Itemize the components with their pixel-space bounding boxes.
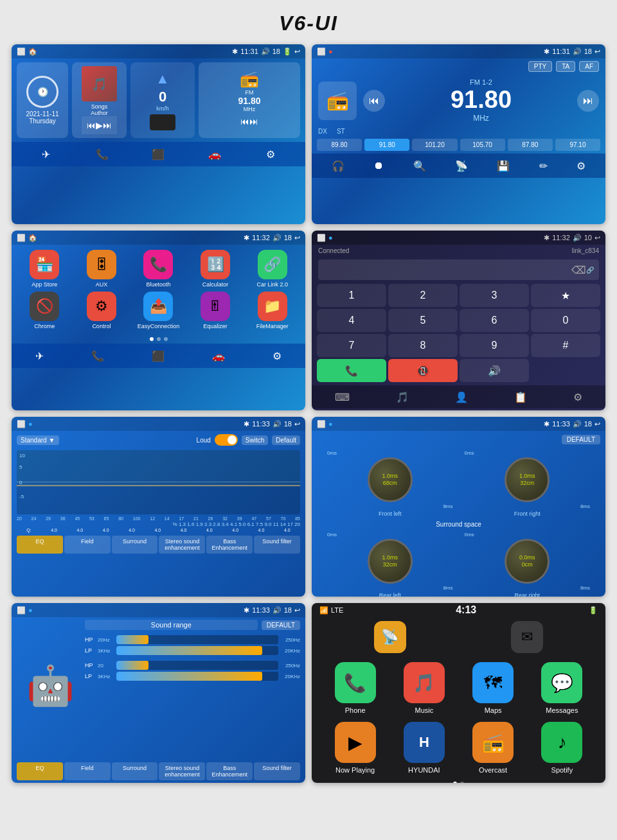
hp-slider-1[interactable] [116,635,278,644]
back-icon-3[interactable]: ↩ [294,234,300,242]
back-icon-6[interactable]: ↩ [595,420,600,428]
s7-tab-filter[interactable]: Sound filter [254,762,300,780]
tab-stereo[interactable]: Stereo sound enhancement [159,536,205,554]
s7-tab-bass[interactable]: Bass Enhancement [206,762,253,780]
key-5[interactable]: 5 [388,309,458,332]
front-right-knob[interactable]: 1.0ms32cm [505,457,550,502]
back-icon[interactable]: ↩ [294,48,300,56]
car-settings-icon[interactable]: 🚗 [204,144,225,164]
lp-slider-2[interactable] [116,672,278,681]
end-call-btn[interactable]: 📵 [388,359,458,382]
key-star[interactable]: ★ [531,284,600,307]
pty-btn[interactable]: PTY [528,61,552,72]
back-icon-2[interactable]: ↩ [595,48,600,56]
s7-tab-surround[interactable]: Surround [112,762,158,780]
messages-icon[interactable]: ✈ [36,144,57,164]
carplay-maps[interactable]: 🗺 Maps [463,662,524,714]
preset-5[interactable]: 87.80 [508,139,553,151]
rear-left-knob[interactable]: 1.0ms32cm [368,539,413,584]
tab-bass[interactable]: Bass Enhancement [206,536,253,554]
house-icon-3[interactable]: 🏠 [28,234,37,242]
carplay-small-app-2[interactable]: ✉ [511,621,543,653]
s7-tab-field[interactable]: Field [64,762,111,780]
app-chrome[interactable]: 🚫 Chrome [18,292,71,329]
prev-btn[interactable]: ⏮ [87,120,96,130]
home-icon-2[interactable]: ⬜ [317,48,326,56]
carplay-phone[interactable]: 📞 Phone [325,662,386,714]
hp-slider-2[interactable] [116,661,278,670]
backspace-icon[interactable]: ⌫ [571,264,586,276]
carplay-nowplaying[interactable]: ▶ Now Playing [325,722,386,774]
messages-icon-3[interactable]: ✈ [35,350,44,362]
call-history-icon[interactable]: 📋 [514,391,527,403]
contacts-icon[interactable]: 👤 [455,391,468,403]
home-icon-7[interactable]: ⬜ [17,606,26,615]
default-button-eq[interactable]: Default [272,435,300,445]
lp-slider-1[interactable] [116,646,278,655]
search-icon[interactable]: 🔍 [413,160,426,172]
link-icon[interactable]: 🔗 [586,267,594,274]
settings-icon-3[interactable]: ⚙ [273,350,282,362]
next-btn[interactable]: ⏭ [103,120,112,130]
loud-toggle[interactable] [215,434,238,446]
app-carlink[interactable]: 🔗 Car Link 2.0 [246,250,299,288]
back-icon-4[interactable]: ↩ [595,234,600,242]
fm-next-btn[interactable]: ⏭ [249,116,258,127]
edit-icon[interactable]: ✏ [539,160,548,172]
default-btn-surround[interactable]: DEFAULT [562,435,600,444]
key-6[interactable]: 6 [460,309,529,332]
app-equalizer[interactable]: 🎚 Equalizer [189,292,242,329]
app-calculator[interactable]: 🔢 Calculator [189,250,242,288]
car-icon-3[interactable]: 🚗 [212,350,225,362]
carplay-hyundai[interactable]: H HYUNDAI [393,722,454,774]
key-8[interactable]: 8 [388,334,458,357]
tab-field[interactable]: Field [64,536,111,554]
key-hash[interactable]: # [531,334,600,357]
app-control[interactable]: ⚙ Control [75,292,129,329]
tab-surround[interactable]: Surround [112,536,158,554]
key-7[interactable]: 7 [317,334,386,357]
preset-2[interactable]: 91.80 [364,139,409,151]
fm-prev-nav[interactable]: ⏮ [363,90,385,112]
key-2[interactable]: 2 [388,284,458,307]
save-icon[interactable]: 💾 [497,160,510,172]
music-icon[interactable]: 🎵 [396,391,409,403]
carplay-messages[interactable]: 💬 Messages [532,662,593,714]
ta-btn[interactable]: TA [556,61,575,72]
app-easyconnection[interactable]: 📤 EasyConnection [132,292,185,329]
app-appstore[interactable]: 🏪 App Store [18,250,71,288]
app-bluetooth[interactable]: 📞 Bluetooth [132,250,185,288]
af-btn[interactable]: AF [579,61,599,72]
home-icon-3[interactable]: ⬜ [17,234,26,242]
house-icon[interactable]: 🏠 [28,48,37,56]
preset-select[interactable]: Standard ▼ [17,435,59,445]
home-icon-5[interactable]: ⬜ [17,420,26,428]
phone-icon-3[interactable]: 📞 [91,350,104,362]
home-icon[interactable]: ⬜ [17,48,26,56]
apps-icon-3[interactable]: ⬛ [152,350,165,362]
settings-dialer-icon[interactable]: ⚙ [573,391,582,403]
default-btn-sr[interactable]: DEFAULT [262,620,300,630]
headphone-icon[interactable]: 🎧 [332,160,344,172]
music-widget[interactable]: 🎵 Songs Author ⏮ ▶ ⏭ [72,62,127,138]
carplay-overcast[interactable]: 📻 Overcast [463,722,524,774]
fm-prev-btn[interactable]: ⏮ [240,116,249,127]
carplay-spotify[interactable]: ♪ Spotify [532,722,593,774]
preset-3[interactable]: 101.20 [412,139,457,151]
app-filemanager[interactable]: 📁 FileManager [246,292,299,329]
fm-widget[interactable]: 📻 FM 91.80 MHz ⏮ ⏭ [199,62,300,138]
phone-icon[interactable]: 📞 [92,144,112,164]
gear-icon[interactable]: ⚙ [577,160,586,172]
keypad-icon[interactable]: ⌨ [335,391,350,403]
home-icon-6[interactable]: ⬜ [317,420,326,428]
key-0[interactable]: 0 [531,309,600,332]
carplay-small-app-1[interactable]: 📡 [374,621,406,653]
s7-tab-eq[interactable]: EQ [17,762,63,780]
app-aux[interactable]: 🎛 AUX [75,250,129,288]
signal-icon[interactable]: 📡 [455,160,468,172]
carplay-music[interactable]: 🎵 Music [393,662,454,714]
fm-next-nav[interactable]: ⏭ [577,90,599,112]
key-1[interactable]: 1 [317,284,386,307]
key-3[interactable]: 3 [460,284,529,307]
settings-icon[interactable]: ⚙ [260,144,281,164]
